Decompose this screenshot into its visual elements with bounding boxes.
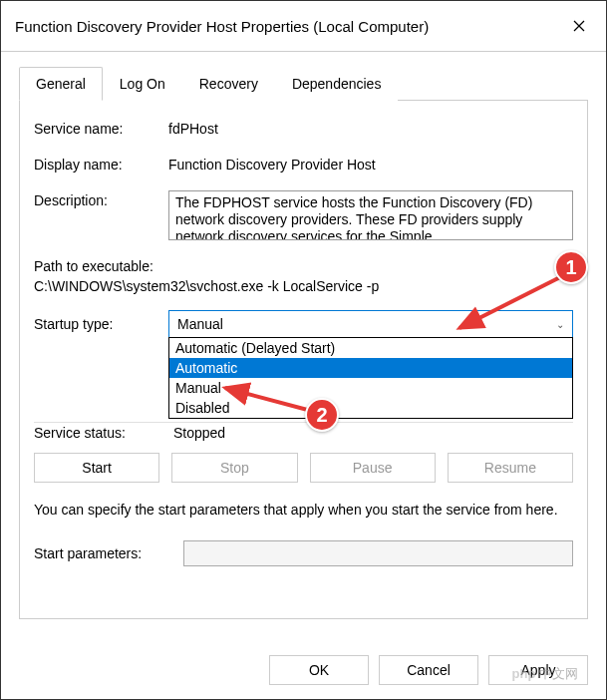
general-panel: Service name: fdPHost Display name: Func… [19, 101, 588, 619]
ok-button[interactable]: OK [269, 655, 369, 685]
start-params-input[interactable] [183, 540, 573, 566]
status-label: Service status: [34, 425, 173, 441]
start-params-row: Start parameters: [34, 540, 573, 566]
service-name-value: fdPHost [168, 119, 573, 137]
startup-dropdown-list: Automatic (Delayed Start) Automatic Manu… [168, 337, 573, 419]
close-button[interactable] [556, 11, 602, 41]
tab-dependencies[interactable]: Dependencies [275, 67, 399, 101]
description-text[interactable]: The FDPHOST service hosts the Function D… [168, 190, 573, 240]
status-row: Service status: Stopped [34, 422, 573, 441]
stop-button: Stop [171, 453, 297, 483]
start-params-label: Start parameters: [34, 545, 183, 561]
path-label: Path to executable: [34, 258, 573, 274]
start-button[interactable]: Start [34, 453, 159, 483]
window-title: Function Discovery Provider Host Propert… [15, 18, 429, 35]
chevron-down-icon: ⌄ [556, 319, 564, 330]
option-automatic-delayed[interactable]: Automatic (Delayed Start) [169, 338, 572, 358]
display-name-row: Display name: Function Discovery Provide… [34, 155, 573, 173]
status-value: Stopped [173, 425, 225, 441]
description-label: Description: [34, 190, 168, 208]
startup-type-dropdown[interactable]: Manual ⌄ [168, 310, 573, 338]
startup-label: Startup type: [34, 316, 168, 332]
tab-recovery[interactable]: Recovery [182, 67, 275, 101]
tab-strip: General Log On Recovery Dependencies [19, 66, 588, 101]
service-name-row: Service name: fdPHost [34, 119, 573, 137]
help-text: You can specify the start parameters tha… [34, 501, 573, 521]
dialog-content: General Log On Recovery Dependencies Ser… [1, 52, 606, 619]
pause-button: Pause [310, 453, 436, 483]
description-row: Description: The FDPHOST service hosts t… [34, 190, 573, 240]
annotation-callout-1: 1 [554, 250, 588, 284]
path-value: C:\WINDOWS\system32\svchost.exe -k Local… [34, 278, 573, 294]
annotation-callout-2: 2 [305, 398, 339, 432]
watermark: php 中文网 [512, 665, 578, 683]
close-icon [573, 20, 585, 32]
service-name-label: Service name: [34, 119, 168, 137]
startup-row: Startup type: Manual ⌄ Automatic (Delaye… [34, 310, 573, 338]
option-disabled[interactable]: Disabled [169, 398, 572, 418]
service-buttons: Start Stop Pause Resume [34, 453, 573, 483]
option-manual[interactable]: Manual [169, 378, 572, 398]
option-automatic[interactable]: Automatic [169, 358, 572, 378]
titlebar: Function Discovery Provider Host Propert… [1, 1, 606, 52]
resume-button: Resume [448, 453, 573, 483]
display-name-value: Function Discovery Provider Host [168, 155, 573, 173]
cancel-button[interactable]: Cancel [379, 655, 478, 685]
startup-selected-value: Manual [177, 316, 223, 332]
path-section: Path to executable: C:\WINDOWS\system32\… [34, 258, 573, 294]
tab-logon[interactable]: Log On [103, 67, 182, 101]
tab-general[interactable]: General [19, 67, 103, 101]
display-name-label: Display name: [34, 155, 168, 173]
